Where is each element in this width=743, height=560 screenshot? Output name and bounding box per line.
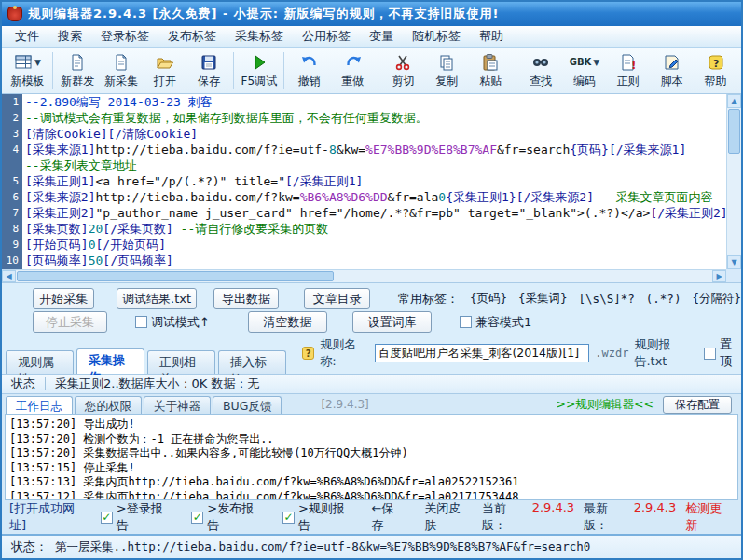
menu-item-3[interactable]: 发布标签	[158, 26, 226, 47]
question-icon: ?	[302, 347, 314, 360]
current-version: 当前版： 2.9.4.3	[482, 500, 574, 534]
menu-item-0[interactable]: 文件	[6, 26, 48, 47]
common-tag-0[interactable]: {页码}	[470, 291, 507, 307]
chevron-down-icon[interactable]: ▼	[593, 58, 599, 67]
open-success-url-label[interactable]: [打开成功网址]	[9, 500, 91, 534]
line-number: 1	[2, 94, 22, 110]
svg-text:!: !	[631, 59, 636, 72]
save-config-button[interactable]: 保存配置	[663, 396, 732, 414]
status-url-text: 第一层采集..http://tieba.baidu.com/f?ie=utf-8…	[55, 540, 590, 555]
pin-top-checkbox[interactable]: 置顶	[704, 336, 741, 370]
menu-item-8[interactable]: 帮助	[470, 26, 513, 47]
latest-version: 最新版： 2.9.4.3	[584, 500, 676, 534]
line-number: 3	[2, 126, 22, 142]
tab-0[interactable]: 规则属性	[6, 350, 74, 374]
rule-report-link[interactable]: 规则报告.txt	[634, 336, 698, 370]
menu-item-6[interactable]: 变量	[360, 26, 403, 47]
toolbar-button-label: 剪切	[392, 74, 414, 89]
toolbar-button-regex[interactable]: !正则	[606, 49, 650, 92]
menu-item-1[interactable]: 搜索	[48, 26, 91, 47]
tab-1[interactable]: 采集操作	[76, 348, 144, 374]
code-text: [采集正则1]<a href="/p/(.*?)" title="[/采集正则1…	[22, 173, 363, 189]
scrollbar-thumb[interactable]	[728, 109, 740, 154]
toolbar-button-redo[interactable]: 重做	[331, 49, 375, 92]
report-checkbox-1[interactable]: ✓>发布报告	[191, 500, 266, 534]
toolbar-button-undo[interactable]: 撤销	[287, 49, 331, 92]
log-tab-2[interactable]: 关于神器	[144, 396, 211, 414]
find-icon	[531, 52, 550, 73]
toolbar-button-label: 查找	[530, 74, 552, 89]
checkbox-box	[135, 316, 147, 328]
toolbar-button-find[interactable]: 查找	[519, 49, 563, 92]
common-tag-1[interactable]: {采集词}	[518, 291, 568, 307]
close-skin-link[interactable]: 关闭皮肤	[424, 500, 473, 534]
common-tag-3[interactable]: (.*?)	[646, 292, 681, 306]
toolbar-button-label: 新模板	[10, 74, 44, 89]
scroll-left-icon[interactable]: ◀	[2, 270, 16, 282]
vertical-scrollbar[interactable]: ▲ ▼	[726, 94, 741, 269]
horizontal-scrollbar[interactable]: ◀ ▶	[2, 269, 726, 282]
status-label: 状态：	[2, 539, 55, 555]
toolbar-button-doc-group[interactable]: 新群发	[56, 49, 100, 92]
stop-collect-button[interactable]: 停止采集	[33, 311, 107, 333]
report-checkboxes: ✓>登录报告✓>发布报告✓>规则报告	[101, 500, 357, 534]
code-text: --采集列表文章地址	[22, 157, 137, 173]
undo-icon	[300, 52, 319, 73]
set-dictionary-button[interactable]: 设置词库	[352, 311, 432, 333]
toolbar-button-gbk[interactable]: GBK▼编码	[563, 49, 607, 92]
log-tab-1[interactable]: 您的权限	[75, 396, 142, 414]
report-checkbox-2[interactable]: ✓>规则报告	[282, 500, 357, 534]
status-label: 状态	[2, 376, 45, 392]
scroll-down-icon[interactable]: ▼	[727, 255, 741, 269]
compat-mode-checkbox[interactable]: 兼容模式1	[460, 314, 531, 331]
menu-item-7[interactable]: 随机标签	[403, 26, 470, 47]
tab-2[interactable]: 正则相关	[147, 350, 215, 374]
common-tag-4[interactable]: {分隔符}	[692, 291, 741, 307]
toolbar-button-save[interactable]: 保存	[187, 49, 231, 92]
log-tab-0[interactable]: 工作日志	[6, 396, 73, 414]
save-reports-label[interactable]: ←保存	[371, 500, 406, 534]
common-tag-2[interactable]: [\s\S]*?	[579, 292, 635, 306]
common-tags: 常用标签： {页码}{采集词}[\s\S]*?(.*?){分隔符}	[398, 291, 741, 307]
toolbar-button-play[interactable]: F5调试	[237, 49, 281, 92]
debug-result-button[interactable]: 调试结果.txt	[117, 288, 196, 309]
article-catalog-button[interactable]: 文章目录	[304, 288, 370, 309]
debug-mode-checkbox[interactable]: 调试模式↑	[135, 314, 226, 331]
tab-3[interactable]: 插入标签	[218, 350, 286, 374]
current-version-value: 2.9.4.3	[532, 500, 574, 534]
toolbar-button-label: 重做	[342, 74, 365, 89]
report-checkbox-0[interactable]: ✓>登录报告	[101, 500, 175, 534]
code-text: [页码频率]50[/页码频率]	[22, 253, 173, 268]
menu-item-2[interactable]: 登录标签	[91, 26, 158, 47]
start-collect-button[interactable]: 开始采集	[33, 288, 94, 309]
toolbar-button-cut[interactable]: 剪切	[381, 49, 425, 92]
rule-code-editor[interactable]: 1--2.890编写 2014-03-23 刺客2--调试模式会有重复数据，如果…	[2, 94, 726, 269]
code-text: --2.890编写 2014-03-23 刺客	[22, 94, 213, 110]
clear-data-button[interactable]: 清空数据	[248, 311, 327, 333]
toolbar-button-help[interactable]: ?帮助	[694, 49, 737, 92]
toolbar-button-script[interactable]: 脚本	[650, 49, 694, 92]
scroll-up-icon[interactable]: ▲	[727, 94, 741, 108]
log-tab-3[interactable]: BUG反馈	[213, 396, 282, 414]
hscrollbar-thumb[interactable]	[17, 271, 334, 281]
gbk-icon: GBK▼	[570, 52, 600, 73]
toolbar-button-paste[interactable]: 粘贴	[469, 49, 513, 92]
cut-icon	[393, 52, 412, 73]
toolbar-button-open-folder[interactable]: 打开	[144, 49, 187, 92]
code-line: 9[开始页码]0[/开始页码]	[2, 237, 726, 253]
code-editor-wrap: 1--2.890编写 2014-03-23 刺客2--调试模式会有重复数据，如果…	[2, 94, 741, 283]
export-data-button[interactable]: 导出数据	[213, 288, 280, 309]
chevron-down-icon[interactable]: ▼	[34, 58, 41, 67]
toolbar-button-template[interactable]: ▼新模板	[6, 49, 49, 92]
doc-new-icon	[112, 52, 131, 73]
toolbar-button-copy[interactable]: 复制	[425, 49, 469, 92]
rule-name-input[interactable]	[375, 344, 590, 362]
menu-item-4[interactable]: 采集标签	[226, 26, 293, 47]
menu-item-5[interactable]: 公用标签	[293, 26, 360, 47]
rule-editor-link[interactable]: >>规则编辑器<<	[557, 397, 654, 413]
report-label: >规则报告	[298, 500, 357, 534]
work-log[interactable]: [13:57:20] 导出成功![13:57:20] 检测个数为：-1 正在拼命…	[5, 414, 738, 500]
toolbar-button-doc-new[interactable]: 新采集	[100, 49, 144, 92]
scroll-right-icon[interactable]: ▶	[712, 270, 726, 282]
check-update-link[interactable]: 检测更新	[685, 500, 734, 534]
